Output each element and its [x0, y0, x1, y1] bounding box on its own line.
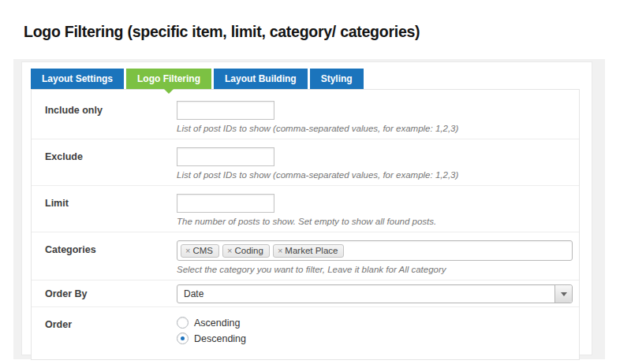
radio-descending[interactable]: Descending: [177, 332, 573, 344]
tag-label: Market Place: [285, 246, 338, 255]
radio-circle-icon[interactable]: [177, 332, 189, 344]
order-by-select[interactable]: Date: [177, 284, 573, 303]
tag-label: Coding: [234, 246, 263, 255]
exclude-label: Exclude: [45, 147, 177, 180]
chevron-down-icon: [561, 292, 567, 296]
form-row-limit: Limit The number of posts to show. Set e…: [32, 185, 579, 232]
radio-ascending-label: Ascending: [194, 318, 240, 329]
exclude-input[interactable]: [177, 147, 274, 166]
tag-label: CMS: [192, 246, 213, 255]
tab-layout-settings[interactable]: Layout Settings: [31, 69, 124, 89]
category-tag-market-place: × Market Place: [273, 244, 345, 258]
logo-filtering-form: Include only List of post IDs to show (c…: [31, 89, 580, 360]
radio-ascending[interactable]: Ascending: [177, 317, 573, 329]
settings-panel: Layout Settings Logo Filtering Layout Bu…: [21, 61, 592, 355]
category-tag-cms: × CMS: [181, 244, 219, 258]
settings-panel-background: Layout Settings Logo Filtering Layout Bu…: [13, 59, 605, 359]
radio-circle-icon[interactable]: [177, 317, 189, 329]
include-only-label: Include only: [45, 101, 177, 133]
select-arrow-button[interactable]: [554, 285, 572, 303]
limit-help: The number of posts to show. Set empty t…: [177, 217, 573, 226]
remove-tag-icon[interactable]: ×: [278, 246, 282, 255]
remove-tag-icon[interactable]: ×: [227, 246, 232, 255]
tab-logo-filtering[interactable]: Logo Filtering: [126, 69, 211, 89]
remove-tag-icon[interactable]: ×: [185, 246, 190, 255]
page-title: Logo Filtering (specific item, limit, ca…: [24, 22, 420, 41]
exclude-help: List of post IDs to show (comma-separate…: [177, 170, 573, 180]
categories-label: Categories: [45, 240, 177, 274]
categories-tag-input[interactable]: × CMS × Coding × Market Place: [177, 240, 573, 261]
category-tag-coding: × Coding: [222, 244, 270, 258]
categories-help: Select the category you want to filter, …: [177, 265, 573, 274]
limit-input[interactable]: [177, 194, 274, 213]
include-only-help: List of post IDs to show (comma-separate…: [177, 124, 573, 133]
form-row-order: Order Ascending Descending: [32, 306, 579, 359]
tab-layout-building[interactable]: Layout Building: [214, 69, 308, 89]
limit-label: Limit: [45, 194, 177, 226]
radio-descending-label: Descending: [194, 333, 246, 344]
form-row-order-by: Order By Date: [32, 280, 579, 306]
order-by-selected-value: Date: [177, 288, 554, 299]
form-row-categories: Categories × CMS × Coding × Mar: [32, 232, 579, 280]
tab-styling[interactable]: Styling: [310, 69, 364, 89]
form-row-exclude: Exclude List of post IDs to show (comma-…: [32, 139, 579, 185]
form-row-include-only: Include only List of post IDs to show (c…: [32, 90, 579, 139]
order-by-label: Order By: [45, 284, 177, 303]
order-label: Order: [45, 315, 177, 348]
tab-bar: Layout Settings Logo Filtering Layout Bu…: [31, 69, 580, 89]
include-only-input[interactable]: [177, 101, 274, 120]
